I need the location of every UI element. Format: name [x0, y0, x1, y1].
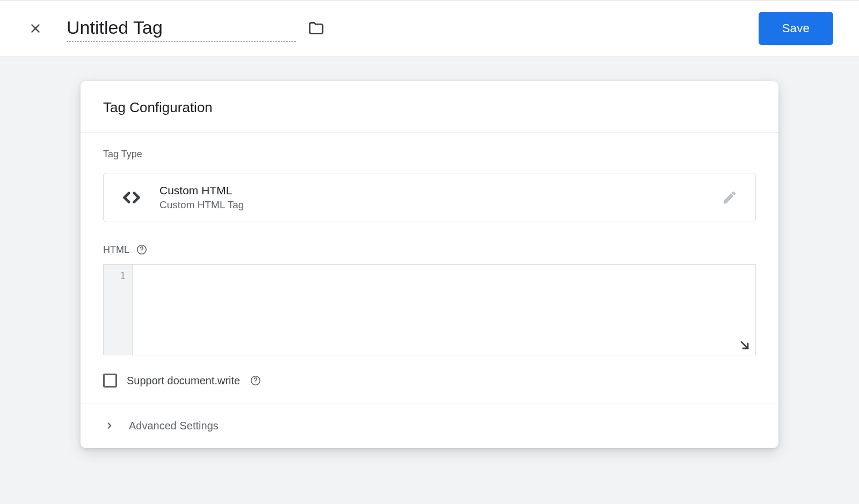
tag-type-label: Tag Type [103, 149, 756, 160]
tag-name-input[interactable] [67, 15, 296, 42]
html-code-textarea[interactable] [133, 265, 755, 355]
tag-type-selector[interactable]: Custom HTML Custom HTML Tag [103, 173, 756, 222]
header-bar: Save [0, 0, 859, 56]
code-icon [119, 185, 144, 210]
editor-resize-handle[interactable] [738, 339, 751, 352]
save-button[interactable]: Save [759, 12, 833, 45]
resize-arrow-icon [738, 339, 751, 352]
close-icon [28, 21, 43, 36]
folder-icon [308, 20, 325, 37]
advanced-settings-expander[interactable]: Advanced Settings [81, 404, 778, 448]
tag-configuration-card: Tag Configuration Tag Type Custom HTML C… [81, 81, 778, 448]
card-title: Tag Configuration [81, 81, 778, 132]
close-button[interactable] [26, 19, 45, 38]
svg-point-4 [256, 383, 256, 383]
help-icon [250, 375, 261, 386]
tag-type-subtitle: Custom HTML Tag [159, 199, 244, 211]
folder-button[interactable] [305, 18, 327, 39]
edit-tag-type-button[interactable] [719, 187, 740, 208]
tag-type-title: Custom HTML [159, 184, 244, 197]
help-icon [136, 244, 148, 255]
support-document-write-label: Support document.write [127, 375, 240, 387]
html-label: HTML [103, 244, 129, 255]
document-write-help-button[interactable] [250, 375, 261, 386]
advanced-settings-label: Advanced Settings [129, 420, 219, 432]
svg-point-1 [141, 252, 142, 252]
html-help-button[interactable] [136, 244, 148, 255]
chevron-right-icon [103, 419, 116, 432]
svg-line-2 [741, 342, 748, 348]
support-document-write-checkbox[interactable] [103, 374, 117, 388]
html-code-editor[interactable]: 1 [103, 264, 756, 355]
pencil-icon [722, 189, 738, 206]
editor-gutter: 1 [104, 265, 133, 355]
